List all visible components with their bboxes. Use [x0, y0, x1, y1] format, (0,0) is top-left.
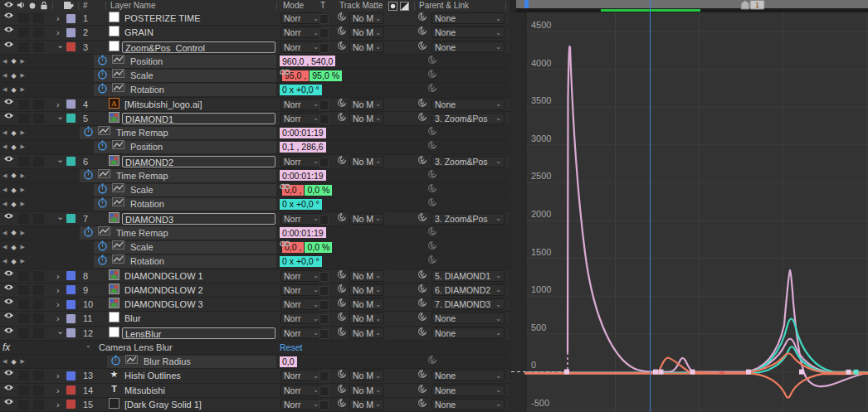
mode-dropdown[interactable]: Norr⌄ — [280, 313, 322, 324]
layer-name[interactable]: Mitsubishi — [124, 385, 276, 396]
preserve-transparency-checkbox[interactable] — [319, 371, 329, 381]
next-keyframe-icon[interactable]: ▶ — [21, 230, 25, 236]
next-keyframe-icon[interactable]: ▶ — [21, 58, 25, 65]
track-matte-dropdown[interactable]: No M⌄ — [349, 156, 384, 167]
audio-toggle-cell[interactable] — [18, 328, 29, 338]
track-matte-dropdown[interactable]: No M⌄ — [349, 12, 384, 24]
mode-dropdown[interactable]: Norr⌄ — [280, 41, 322, 53]
layer-label-color-swatch[interactable] — [66, 26, 76, 39]
mode-dropdown[interactable]: Norr⌄ — [280, 284, 322, 296]
layer-label-color-swatch[interactable] — [66, 398, 76, 411]
lock-toggle-cell[interactable] — [33, 313, 44, 323]
keyframe-pink[interactable] — [746, 370, 751, 375]
layer-name[interactable]: Blur — [124, 313, 276, 324]
preserve-transparency-checkbox[interactable] — [319, 314, 329, 324]
audio-toggle-cell[interactable] — [18, 313, 29, 323]
preserve-transparency-checkbox[interactable] — [319, 400, 329, 410]
prev-keyframe-icon[interactable]: ◀ — [2, 86, 7, 93]
keyframe-navigator[interactable]: ◀◆▶ — [2, 69, 25, 82]
keyframe-navigator[interactable]: ◀◆▶ — [2, 126, 25, 139]
layer-name[interactable]: [Dark Gray Solid 1] — [124, 399, 276, 410]
parent-dropdown[interactable]: 3. Zoom&Pos⌄ — [432, 156, 505, 167]
parent-dropdown[interactable]: None⌄ — [432, 313, 505, 324]
layer-name[interactable]: LensBlur — [122, 327, 276, 339]
preserve-transparency-checkbox[interactable] — [319, 114, 329, 124]
layer-label-color-swatch[interactable] — [66, 312, 76, 325]
next-keyframe-icon[interactable]: ▶ — [21, 86, 25, 93]
layer-label-color-swatch[interactable] — [66, 284, 76, 297]
property-value[interactable]: 0:00:01:19 — [280, 128, 326, 138]
property-name[interactable]: Blur Radius — [144, 355, 191, 368]
mode-dropdown[interactable]: Norr⌄ — [280, 27, 322, 38]
layer-label-color-swatch[interactable] — [66, 155, 76, 168]
layer-expander-chevron-icon[interactable]: › — [56, 26, 60, 39]
track-matte-dropdown[interactable]: No M⌄ — [349, 313, 384, 324]
track-matte-dropdown[interactable]: No M⌄ — [349, 270, 384, 282]
lock-toggle-cell[interactable] — [33, 114, 44, 124]
property-value[interactable]: 0 x +0,0 ° — [280, 199, 322, 210]
audio-toggle-cell[interactable] — [18, 271, 29, 281]
prev-keyframe-icon[interactable]: ◀ — [2, 187, 7, 193]
next-keyframe-icon[interactable]: ▶ — [21, 258, 25, 264]
layer-expander-chevron-icon[interactable]: › — [56, 398, 60, 411]
prev-keyframe-icon[interactable]: ◀ — [2, 58, 7, 65]
lock-toggle-cell[interactable] — [33, 385, 44, 395]
track-matte-dropdown[interactable]: No M⌄ — [349, 399, 384, 410]
audio-toggle-cell[interactable] — [18, 27, 29, 37]
parent-dropdown[interactable]: None⌄ — [432, 27, 505, 38]
layer-expander-chevron-icon[interactable]: › — [56, 12, 60, 25]
prev-keyframe-icon[interactable]: ◀ — [2, 172, 7, 179]
property-name[interactable]: Position — [130, 55, 163, 68]
lock-toggle-cell[interactable] — [33, 271, 44, 281]
layer-label-color-swatch[interactable] — [66, 384, 76, 397]
add-keyframe-diamond-icon[interactable]: ◆ — [11, 358, 16, 366]
layer-expander-chevron-icon[interactable]: ⌄ — [56, 211, 64, 224]
effect-name[interactable]: Camera Lens Blur — [99, 341, 173, 354]
layer-name[interactable]: Hishi Outlines — [124, 370, 276, 381]
layer-label-color-swatch[interactable] — [66, 112, 76, 125]
add-keyframe-diamond-icon[interactable]: ◆ — [11, 201, 16, 208]
property-name[interactable]: Time Remap — [116, 126, 168, 139]
parent-dropdown[interactable]: 3. Zoom&Pos⌄ — [432, 213, 505, 225]
layer-expander-chevron-icon[interactable]: ⌄ — [56, 39, 64, 52]
prev-keyframe-icon[interactable]: ◀ — [2, 258, 7, 264]
layer-expander-chevron-icon[interactable]: › — [56, 298, 60, 311]
next-keyframe-icon[interactable]: ▶ — [21, 244, 25, 250]
effect-expander-chevron-icon[interactable]: ⌄ — [85, 339, 91, 352]
property-value[interactable]: 960,0 , 540,0 — [280, 56, 335, 66]
parent-dropdown[interactable]: None⌄ — [432, 12, 505, 24]
property-name[interactable]: Time Remap — [116, 226, 168, 240]
lock-toggle-cell[interactable] — [33, 371, 44, 380]
prev-keyframe-icon[interactable]: ◀ — [2, 201, 7, 207]
prev-keyframe-icon[interactable]: ◀ — [2, 358, 7, 365]
next-keyframe-icon[interactable]: ▶ — [21, 129, 25, 136]
property-name[interactable]: Scale — [130, 183, 154, 196]
mode-dropdown[interactable]: Norr⌄ — [280, 156, 322, 167]
property-value[interactable]: 95,0 % — [310, 70, 342, 81]
property-name[interactable]: Scale — [130, 69, 154, 82]
keyframe-navigator[interactable]: ◀◆▶ — [2, 197, 25, 211]
layer-name[interactable]: DIAMONDGLOW 2 — [124, 284, 276, 296]
layer-label-color-swatch[interactable] — [66, 212, 76, 225]
parent-dropdown[interactable]: None⌄ — [432, 99, 505, 110]
audio-toggle-cell[interactable] — [18, 13, 29, 23]
audio-toggle-cell[interactable] — [18, 285, 29, 295]
add-keyframe-diamond-icon[interactable]: ◆ — [11, 57, 16, 65]
keyframe-pink[interactable] — [846, 370, 851, 375]
keyframe-pink[interactable] — [564, 370, 569, 375]
keyframe-navigator[interactable]: ◀◆▶ — [2, 254, 25, 268]
property-value[interactable]: 0:00:01:19 — [280, 170, 326, 181]
preserve-transparency-checkbox[interactable] — [319, 386, 329, 396]
parent-dropdown[interactable]: 3. Zoom&Pos⌄ — [432, 113, 505, 124]
keyframe-navigator[interactable]: ◀◆▶ — [2, 169, 25, 182]
add-keyframe-diamond-icon[interactable]: ◆ — [11, 86, 16, 94]
layer-name[interactable]: DIAMOND1 — [122, 113, 276, 124]
layer-label-color-swatch[interactable] — [66, 269, 76, 283]
keyframe-navigator[interactable]: ◀◆▶ — [2, 183, 25, 196]
next-keyframe-icon[interactable]: ▶ — [21, 72, 25, 79]
lock-toggle-cell[interactable] — [33, 13, 44, 23]
parent-dropdown[interactable]: None⌄ — [432, 41, 505, 53]
property-value[interactable]: 0 x +0,0 ° — [280, 85, 322, 95]
keyframe-pink[interactable] — [690, 370, 695, 375]
layer-name[interactable]: DIAMOND2 — [122, 156, 276, 167]
